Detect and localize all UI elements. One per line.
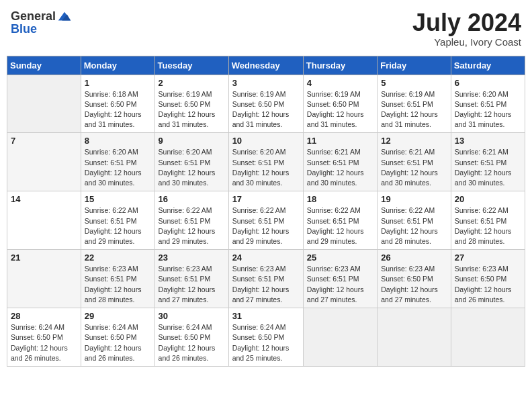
calendar-cell [7,75,81,133]
day-info: Sunrise: 6:18 AMSunset: 6:50 PMDaylight:… [85,89,151,130]
calendar-week-row: 28Sunrise: 6:24 AMSunset: 6:50 PMDayligh… [7,308,525,367]
calendar-cell: 26Sunrise: 6:23 AMSunset: 6:50 PMDayligh… [378,250,451,308]
day-number: 8 [85,136,151,146]
day-of-week-header: Thursday [303,56,377,75]
calendar-header-row: SundayMondayTuesdayWednesdayThursdayFrid… [7,56,525,75]
day-number: 26 [381,253,447,263]
day-number: 29 [85,311,151,321]
calendar-week-row: 1Sunrise: 6:18 AMSunset: 6:50 PMDaylight… [7,75,525,133]
calendar-cell: 28Sunrise: 6:24 AMSunset: 6:50 PMDayligh… [7,308,81,367]
day-info: Sunrise: 6:24 AMSunset: 6:50 PMDaylight:… [159,322,225,363]
day-info: Sunrise: 6:24 AMSunset: 6:50 PMDaylight:… [11,322,77,363]
calendar-cell: 21 [7,250,81,308]
month-year: July 2024 [412,9,521,36]
day-info: Sunrise: 6:19 AMSunset: 6:51 PMDaylight:… [381,89,447,130]
day-info: Sunrise: 6:23 AMSunset: 6:51 PMDaylight:… [85,264,151,305]
day-number: 5 [381,78,447,88]
calendar-cell: 3Sunrise: 6:19 AMSunset: 6:50 PMDaylight… [228,75,303,133]
day-info: Sunrise: 6:22 AMSunset: 6:51 PMDaylight:… [455,205,521,246]
day-number: 17 [232,194,300,204]
day-info: Sunrise: 6:24 AMSunset: 6:50 PMDaylight:… [232,322,300,363]
calendar-cell: 8Sunrise: 6:20 AMSunset: 6:51 PMDaylight… [81,133,154,191]
calendar-cell: 15Sunrise: 6:22 AMSunset: 6:51 PMDayligh… [81,191,154,250]
day-info: Sunrise: 6:23 AMSunset: 6:51 PMDaylight:… [159,264,225,305]
day-number: 28 [11,311,77,321]
calendar-cell: 19Sunrise: 6:22 AMSunset: 6:51 PMDayligh… [378,191,451,250]
day-of-week-header: Wednesday [228,56,303,75]
calendar-cell: 4Sunrise: 6:19 AMSunset: 6:50 PMDaylight… [303,75,377,133]
calendar-cell: 31Sunrise: 6:24 AMSunset: 6:50 PMDayligh… [228,308,303,367]
calendar-cell: 23Sunrise: 6:23 AMSunset: 6:51 PMDayligh… [154,250,228,308]
page-header: General Blue July 2024 Yapleu, Ivory Coa… [7,7,525,50]
day-info: Sunrise: 6:20 AMSunset: 6:51 PMDaylight:… [159,147,225,188]
day-number: 14 [11,194,77,204]
day-info: Sunrise: 6:22 AMSunset: 6:51 PMDaylight:… [232,205,300,246]
day-number: 7 [11,136,77,146]
calendar-week-row: 1415Sunrise: 6:22 AMSunset: 6:51 PMDayli… [7,191,525,250]
calendar-cell: 11Sunrise: 6:21 AMSunset: 6:51 PMDayligh… [303,133,377,191]
day-number: 31 [232,311,300,321]
logo-general: General [11,10,56,24]
calendar-cell: 30Sunrise: 6:24 AMSunset: 6:50 PMDayligh… [154,308,228,367]
day-of-week-header: Tuesday [154,56,228,75]
day-info: Sunrise: 6:20 AMSunset: 6:51 PMDaylight:… [455,89,521,130]
calendar-body: 1Sunrise: 6:18 AMSunset: 6:50 PMDaylight… [7,75,525,366]
day-number: 23 [159,253,225,263]
calendar-cell: 20Sunrise: 6:22 AMSunset: 6:51 PMDayligh… [451,191,525,250]
day-info: Sunrise: 6:24 AMSunset: 6:50 PMDaylight:… [85,322,151,363]
calendar-cell: 6Sunrise: 6:20 AMSunset: 6:51 PMDaylight… [451,75,525,133]
calendar-cell: 2Sunrise: 6:19 AMSunset: 6:50 PMDaylight… [154,75,228,133]
day-number: 24 [232,253,300,263]
calendar-cell: 10Sunrise: 6:20 AMSunset: 6:51 PMDayligh… [228,133,303,191]
calendar-cell: 22Sunrise: 6:23 AMSunset: 6:51 PMDayligh… [81,250,154,308]
day-info: Sunrise: 6:19 AMSunset: 6:50 PMDaylight:… [159,89,225,130]
day-number: 22 [85,253,151,263]
day-number: 21 [11,253,77,263]
day-number: 15 [85,194,151,204]
calendar-cell [378,308,451,367]
day-number: 6 [455,78,521,88]
day-info: Sunrise: 6:23 AMSunset: 6:50 PMDaylight:… [455,264,521,305]
calendar-cell: 9Sunrise: 6:20 AMSunset: 6:51 PMDaylight… [154,133,228,191]
calendar-week-row: 78Sunrise: 6:20 AMSunset: 6:51 PMDayligh… [7,133,525,191]
calendar-cell: 7 [7,133,81,191]
day-info: Sunrise: 6:19 AMSunset: 6:50 PMDaylight:… [232,89,300,130]
calendar-cell: 17Sunrise: 6:22 AMSunset: 6:51 PMDayligh… [228,191,303,250]
day-info: Sunrise: 6:21 AMSunset: 6:51 PMDaylight:… [381,147,447,188]
day-info: Sunrise: 6:19 AMSunset: 6:50 PMDaylight:… [307,89,373,130]
calendar-table: SundayMondayTuesdayWednesdayThursdayFrid… [7,56,525,367]
calendar-cell: 14 [7,191,81,250]
day-of-week-header: Friday [378,56,451,75]
day-number: 27 [455,253,521,263]
logo-icon [57,9,72,24]
day-number: 13 [455,136,521,146]
calendar-cell: 29Sunrise: 6:24 AMSunset: 6:50 PMDayligh… [81,308,154,367]
day-info: Sunrise: 6:22 AMSunset: 6:51 PMDaylight:… [85,205,151,246]
calendar-cell: 27Sunrise: 6:23 AMSunset: 6:50 PMDayligh… [451,250,525,308]
calendar-cell: 25Sunrise: 6:23 AMSunset: 6:51 PMDayligh… [303,250,377,308]
day-info: Sunrise: 6:21 AMSunset: 6:51 PMDaylight:… [455,147,521,188]
logo-blue: Blue [11,23,72,36]
day-number: 10 [232,136,300,146]
calendar-cell [303,308,377,367]
calendar-cell: 16Sunrise: 6:22 AMSunset: 6:51 PMDayligh… [154,191,228,250]
day-number: 25 [307,253,373,263]
calendar-cell: 24Sunrise: 6:23 AMSunset: 6:51 PMDayligh… [228,250,303,308]
day-number: 3 [232,78,300,88]
day-number: 19 [381,194,447,204]
day-info: Sunrise: 6:22 AMSunset: 6:51 PMDaylight:… [159,205,225,246]
day-info: Sunrise: 6:23 AMSunset: 6:50 PMDaylight:… [381,264,447,305]
calendar-cell: 12Sunrise: 6:21 AMSunset: 6:51 PMDayligh… [378,133,451,191]
day-number: 18 [307,194,373,204]
location: Yapleu, Ivory Coast [412,36,521,48]
day-info: Sunrise: 6:23 AMSunset: 6:51 PMDaylight:… [232,264,300,305]
day-number: 2 [159,78,225,88]
day-number: 9 [159,136,225,146]
day-info: Sunrise: 6:20 AMSunset: 6:51 PMDaylight:… [232,147,300,188]
calendar-cell: 1Sunrise: 6:18 AMSunset: 6:50 PMDaylight… [81,75,154,133]
calendar-cell: 13Sunrise: 6:21 AMSunset: 6:51 PMDayligh… [451,133,525,191]
day-of-week-header: Monday [81,56,154,75]
day-of-week-header: Saturday [451,56,525,75]
day-info: Sunrise: 6:21 AMSunset: 6:51 PMDaylight:… [307,147,373,188]
calendar-week-row: 2122Sunrise: 6:23 AMSunset: 6:51 PMDayli… [7,250,525,308]
